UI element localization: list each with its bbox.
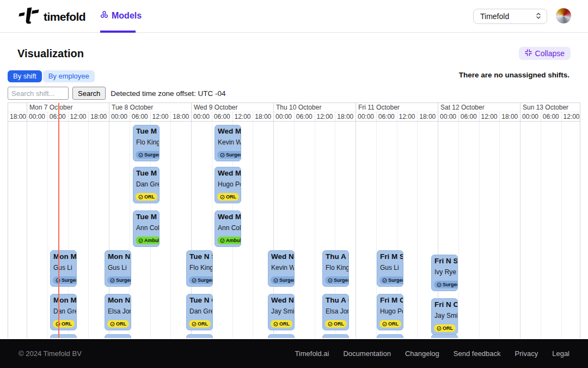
workspace-select[interactable]: Timefold xyxy=(473,9,547,24)
shift-card-employee: Gus Li xyxy=(108,264,131,272)
shift-card[interactable]: Mon NElsa JonORL xyxy=(105,294,131,330)
shift-card[interactable]: Mon MGus LiSurgery xyxy=(50,250,77,287)
shift-card-employee: Gus Li xyxy=(380,264,403,272)
shift-card[interactable]: Wed NKevin WSurgery xyxy=(268,250,295,287)
shift-card-employee: Dan Gre xyxy=(189,307,212,315)
shift-card-title: Mon N xyxy=(108,252,131,262)
footer-link[interactable]: Documentation xyxy=(343,349,390,358)
footer-link[interactable]: Privacy xyxy=(515,349,538,358)
shift-card[interactable]: Fri M OHugo PoORL xyxy=(377,294,403,330)
collapse-button[interactable]: Collapse xyxy=(519,47,571,60)
collapse-label: Collapse xyxy=(535,49,565,58)
shift-card-badge-surgery: Surgery xyxy=(189,276,213,284)
shift-card-badge-orl: ORL xyxy=(434,324,456,332)
tick-cell: 06:00 xyxy=(294,112,315,121)
brand-logo[interactable]: timefold xyxy=(17,7,85,26)
shift-card[interactable]: Thu A OElsa JonORL xyxy=(322,294,349,330)
footer-link[interactable]: Legal xyxy=(552,349,569,358)
tick-cell: 12:00 xyxy=(561,112,581,121)
workspace-select-value: Timefold xyxy=(480,12,509,21)
shift-card-partial[interactable] xyxy=(50,334,77,338)
footer-link[interactable]: Changelog xyxy=(405,349,439,358)
day-grid-line xyxy=(520,122,520,338)
nav-item-models[interactable]: Models xyxy=(100,10,142,21)
tick-cell: 12:00 xyxy=(479,112,500,121)
timeline-day-row: Mon 7 OctoberTue 8 OctoberWed 9 OctoberT… xyxy=(8,103,580,112)
shift-card[interactable]: Tue N SFlo KingSurgery xyxy=(186,250,213,287)
tick-grid-line xyxy=(479,122,480,338)
active-nav-underline xyxy=(100,31,136,33)
day-header-cell: Mon 7 October xyxy=(27,103,109,112)
shift-card[interactable]: Thu A SFlo KingSurgery xyxy=(322,250,349,287)
footer-link[interactable]: Send feedback xyxy=(454,349,501,358)
shift-card-badge-surgery: Surgery xyxy=(107,276,131,284)
shift-card-employee: Flo King xyxy=(189,264,212,272)
shift-card-partial[interactable] xyxy=(322,334,349,338)
shift-card-partial[interactable] xyxy=(377,334,403,338)
search-input[interactable] xyxy=(8,87,69,100)
shift-card-employee: Kevin W xyxy=(218,138,241,146)
user-avatar[interactable] xyxy=(556,8,571,23)
shift-card-title: Wed N xyxy=(271,296,294,305)
shift-card-title: Tue M xyxy=(136,127,159,136)
shift-card-badge-orl: ORL xyxy=(107,320,129,328)
day-grid-line xyxy=(27,122,27,338)
tick-cell: 00:00 xyxy=(109,112,130,121)
shift-card[interactable]: Wed MKevin WSurgery xyxy=(215,125,241,161)
day-header-cell: Wed 9 October xyxy=(191,103,273,112)
tick-grid-line xyxy=(541,122,541,338)
shift-card-employee: Elsa Jon xyxy=(326,307,348,315)
search-row: Search Detected time zone offset: UTC -0… xyxy=(8,87,226,100)
search-button[interactable]: Search xyxy=(72,87,106,100)
shift-card[interactable]: Tue MDan GreORL xyxy=(133,167,160,203)
tick-grid-line xyxy=(561,122,562,338)
tick-cell: 06:00 xyxy=(376,112,397,121)
tab-by-shift[interactable]: By shift xyxy=(8,70,42,82)
shift-card-badge-surgery: Surgery xyxy=(271,276,295,284)
shift-card-partial[interactable] xyxy=(186,334,213,338)
shift-card[interactable]: Tue MFlo KingSurgery xyxy=(133,125,160,161)
shift-card[interactable]: Mon NGus LiSurgery xyxy=(105,250,131,287)
models-label: Models xyxy=(112,11,142,21)
shift-card-badge-surgery: Surgery xyxy=(53,276,77,284)
tick-cell: 06:00 xyxy=(47,112,68,121)
day-header-cell: Fri 11 October xyxy=(356,103,438,112)
tick-cell: 18:00 xyxy=(417,112,438,121)
shift-card-title: Wed M xyxy=(218,213,241,222)
shift-card[interactable]: Fri N OJay SmiORL xyxy=(431,298,458,335)
tick-cell: 06:00 xyxy=(458,112,479,121)
day-header-lead-spacer xyxy=(8,103,27,112)
shift-card[interactable]: Mon MDan GreORL xyxy=(50,294,77,330)
collapse-icon xyxy=(525,49,532,58)
shift-card[interactable]: Fri N SIvy RyeSurgery xyxy=(431,255,458,291)
shift-card-title: Fri N S xyxy=(434,257,457,266)
timezone-note: Detected time zone offset: UTC -04 xyxy=(111,89,225,98)
shift-card[interactable]: Wed NJay SmiORL xyxy=(268,294,295,330)
shift-card-partial[interactable] xyxy=(268,334,295,338)
shift-card[interactable]: Tue MAnn ColAmbula xyxy=(133,210,160,247)
shift-card[interactable]: Fri M SGus LiSurgery xyxy=(377,250,403,287)
footer-link[interactable]: Timefold.ai xyxy=(295,349,329,358)
shift-card[interactable]: Tue N ODan GreORL xyxy=(186,294,213,330)
tick-cell: 12:00 xyxy=(232,112,253,121)
shift-card-partial[interactable] xyxy=(431,334,458,338)
shift-card[interactable]: Wed MAnn ColAmbula xyxy=(215,210,241,247)
tab-by-employee[interactable]: By employee xyxy=(43,70,95,82)
shift-card-partial[interactable] xyxy=(105,334,131,338)
shift-card-title: Tue M xyxy=(136,213,159,222)
shift-card-badge-surgery: Surgery xyxy=(325,276,349,284)
shift-card-badge-surgery: Surgery xyxy=(434,281,458,288)
shift-card-badge-orl: ORL xyxy=(379,320,401,328)
shift-card-title: Thu A S xyxy=(326,252,348,262)
tick-cell: 12:00 xyxy=(397,112,418,121)
day-grid-line xyxy=(356,122,356,338)
shift-card-title: Mon M xyxy=(53,252,76,262)
shift-timeline: Mon 7 OctoberTue 8 OctoberWed 9 OctoberT… xyxy=(8,102,580,338)
shift-card-employee: Jay Smi xyxy=(271,307,294,315)
shift-card-title: Tue N O xyxy=(189,296,212,305)
shift-card[interactable]: Wed MHugo PoORL xyxy=(215,167,241,203)
tick-cell: 18:00 xyxy=(88,112,109,121)
tick-cell: 12:00 xyxy=(315,112,335,121)
timeline-tick-row: 18:0000:0006:0012:0018:0000:0006:0012:00… xyxy=(8,112,580,122)
tick-grid-line xyxy=(47,122,48,338)
